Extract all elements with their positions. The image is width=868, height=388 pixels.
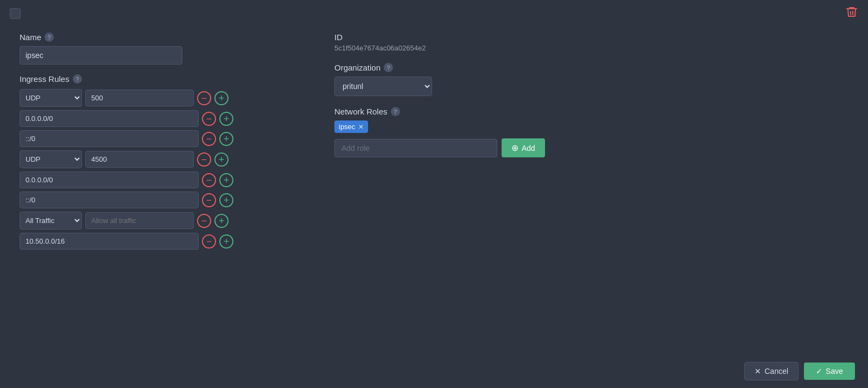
role-tag-remove-ipsec[interactable]: ✕: [358, 123, 364, 131]
cidr-input-1[interactable]: [20, 110, 199, 127]
ingress-rule-row-3: UDP TCP All Traffic − +: [20, 150, 302, 168]
name-label-text: Name: [20, 33, 41, 42]
id-section: ID 5c1f504e7674ac06a02654e2: [334, 33, 617, 52]
add-rule-3[interactable]: +: [214, 152, 229, 167]
id-value: 5c1f504e7674ac06a02654e2: [334, 44, 617, 52]
ingress-rule-row-1: − +: [20, 110, 302, 127]
ingress-rules-label: Ingress Rules ?: [20, 74, 302, 84]
network-roles-label: Network Roles ?: [334, 107, 617, 116]
remove-rule-6[interactable]: −: [197, 214, 211, 228]
ingress-rule-row-4: − +: [20, 171, 302, 188]
top-bar: [0, 0, 868, 27]
remove-rule-4[interactable]: −: [202, 173, 216, 187]
add-rule-5[interactable]: +: [219, 193, 233, 207]
port-input-0[interactable]: [85, 90, 194, 106]
id-label: ID: [334, 33, 617, 42]
name-help-icon[interactable]: ?: [45, 33, 54, 42]
footer: ✕ Cancel ✓ Save: [731, 354, 868, 388]
add-role-button[interactable]: ⊕ Add: [502, 138, 545, 157]
add-role-button-label: Add: [522, 144, 535, 152]
remove-rule-5[interactable]: −: [202, 193, 216, 207]
cidr-input-5[interactable]: [20, 192, 199, 208]
top-checkbox[interactable]: [10, 8, 21, 19]
save-button[interactable]: ✓ Save: [804, 362, 855, 380]
remove-rule-7[interactable]: −: [202, 234, 216, 249]
cidr-input-7[interactable]: [20, 233, 199, 250]
delete-icon[interactable]: [845, 5, 858, 22]
cidr-input-4[interactable]: [20, 171, 199, 188]
role-tag-name: ipsec: [339, 123, 355, 131]
add-rule-2[interactable]: +: [219, 132, 233, 146]
add-rule-1[interactable]: +: [219, 112, 233, 126]
remove-rule-3[interactable]: −: [197, 152, 211, 167]
remove-rule-0[interactable]: −: [197, 91, 211, 105]
org-label: Organization ?: [334, 63, 617, 72]
remove-rule-1[interactable]: −: [202, 112, 216, 126]
name-input[interactable]: [20, 46, 182, 65]
cancel-x-icon: ✕: [755, 367, 761, 376]
cidr-input-2[interactable]: [20, 130, 199, 147]
ingress-rule-row-2: − +: [20, 130, 302, 147]
protocol-select-6[interactable]: All Traffic UDP TCP: [20, 212, 82, 230]
add-role-row: ⊕ Add: [334, 138, 617, 157]
ingress-rule-row-5: − +: [20, 192, 302, 208]
network-roles-section: Network Roles ? ipsec ✕ ⊕ Add: [334, 107, 617, 157]
save-check-icon: ✓: [816, 367, 822, 376]
cancel-label: Cancel: [764, 367, 788, 376]
ingress-rule-row-6: All Traffic UDP TCP − +: [20, 212, 302, 230]
network-roles-help-icon[interactable]: ?: [391, 107, 400, 116]
ingress-help-icon[interactable]: ?: [73, 74, 82, 84]
ingress-rule-row-0: UDP TCP All Traffic − +: [20, 89, 302, 107]
org-select[interactable]: pritunl: [334, 77, 432, 96]
add-rule-0[interactable]: +: [214, 91, 229, 105]
add-rule-6[interactable]: +: [214, 214, 229, 228]
ingress-rule-row-7: − +: [20, 233, 302, 250]
add-rule-4[interactable]: +: [219, 173, 233, 187]
add-role-input[interactable]: [334, 139, 497, 157]
cancel-button[interactable]: ✕ Cancel: [744, 362, 799, 380]
add-role-plus-icon: ⊕: [511, 143, 518, 153]
protocol-select-3[interactable]: UDP TCP All Traffic: [20, 150, 82, 168]
left-panel: Name ? Ingress Rules ? UDP TCP All Traff…: [20, 33, 302, 253]
port-input-6[interactable]: [85, 212, 194, 229]
right-panel: ID 5c1f504e7674ac06a02654e2 Organization…: [334, 33, 617, 253]
org-help-icon[interactable]: ?: [384, 63, 393, 72]
name-label: Name ?: [20, 33, 302, 42]
roles-container: ipsec ✕: [334, 120, 617, 133]
remove-rule-2[interactable]: −: [202, 132, 216, 146]
protocol-select-0[interactable]: UDP TCP All Traffic: [20, 89, 82, 107]
port-input-3[interactable]: [85, 151, 194, 168]
main-content: Name ? Ingress Rules ? UDP TCP All Traff…: [0, 27, 868, 258]
save-label: Save: [826, 367, 843, 376]
add-rule-7[interactable]: +: [219, 234, 233, 249]
role-tag-ipsec: ipsec ✕: [334, 120, 368, 133]
org-section: Organization ? pritunl: [334, 63, 617, 96]
